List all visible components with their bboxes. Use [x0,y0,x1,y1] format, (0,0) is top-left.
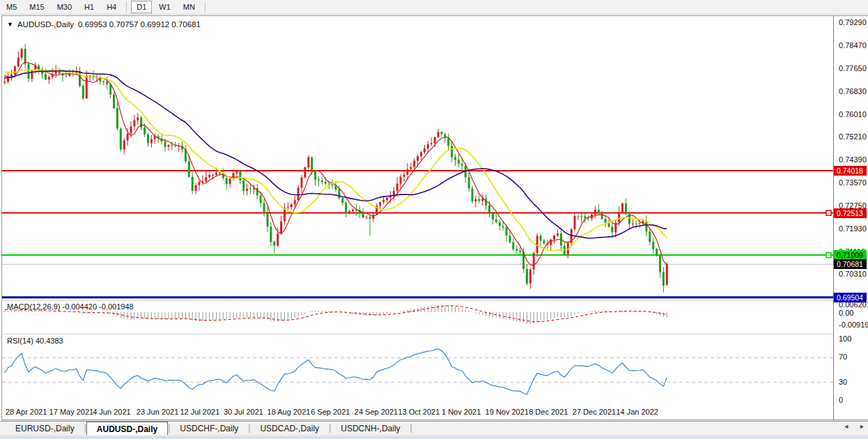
price-axis-label: 0.76010 [839,110,867,118]
date-axis-label: 23 Jun 2021 [137,408,179,416]
chart-canvas[interactable] [0,0,868,439]
price-axis-label: 0.79290 [839,18,867,26]
macd-values: -0.004420 -0.001948 [62,302,133,311]
tab-scroll-buttons: ◄ ► [843,423,865,430]
chart-tab-usdchf[interactable]: USDCHF-,Daily [170,422,248,436]
macd-name: MACD(12,26,9) [7,302,60,311]
rsi-axis-label: 30 [839,378,847,386]
rsi-name: RSI(14) [7,337,33,345]
price-axis-label: 0.75210 [839,132,867,141]
date-axis-label: 13 Oct 2021 [398,408,440,416]
price-badge: 0.71009 [834,250,867,260]
chart-title-row: ▼ AUDUSD-,Daily 0.69953 0.70757 0.69912 … [7,20,201,29]
tab-bar-padding [0,422,6,436]
price-badge: 0.72513 [834,208,867,218]
price-badge: 0.70681 [834,259,867,269]
date-axis-label: 30 Jul 2021 [224,408,263,416]
rsi-axis-label: 0 [839,396,843,404]
chart-symbol-title: AUDUSD-,Daily [17,20,74,29]
date-axis-label: 17 May 2021 [49,408,94,416]
price-axis-label: 0.78470 [839,41,867,49]
price-axis-label: 0.76830 [839,87,867,95]
terminal-window: M5M15M30H1H4D1W1MN ▼ AUDUSD-,Daily 0.699… [0,0,868,439]
chart-tab-usdcnh[interactable]: USDCNH-,Daily [331,422,410,436]
collapse-triangle-icon[interactable]: ▼ [7,21,13,28]
rsi-indicator-label: RSI(14) 40.4383 [7,337,63,345]
price-badge: 0.69504 [834,293,867,302]
status-strip [0,436,868,439]
date-axis-label: 6 Sep 2021 [311,408,350,416]
date-axis-label: 4 Jun 2021 [93,408,130,416]
price-axis-label: 0.73570 [839,178,867,187]
rsi-axis-label: 70 [839,353,847,361]
price-axis-label: 0.74390 [839,155,867,164]
chart-tab-eurusd[interactable]: EURUSD-,Daily [6,422,84,436]
date-axis-label: 12 Jul 2021 [180,408,219,416]
macd-indicator-label: MACD(12,26,9) -0.004420 -0.001948 [7,302,134,311]
date-axis-label: 18 Aug 2021 [268,408,311,416]
tab-separator: | [410,422,412,436]
rsi-value: 40.4383 [36,337,63,345]
date-axis-label: 19 Nov 2021 [486,408,529,416]
price-axis-label: 0.71930 [839,224,867,233]
tab-scroll-right-icon[interactable]: ► [859,423,865,430]
date-axis-label: 27 Dec 2021 [573,408,616,416]
chart-tab-bar: EURUSD-,Daily|AUDUSD-,Daily|USDCHF-,Dail… [0,421,868,436]
chart-ohlc-values: 0.69953 0.70757 0.69912 0.70681 [78,20,201,29]
macd-axis-label: 0.00 [839,309,853,317]
rsi-axis-label: 100 [839,334,851,343]
price-axis-label: 0.77650 [839,64,867,72]
price-axis-label: 0.70310 [839,270,867,278]
date-axis-label: 8 Dec 2021 [529,408,568,416]
date-axis-label: 14 Jan 2022 [616,408,658,416]
macd-axis-label: -0.009197 [839,321,868,329]
chart-tab-usdcad[interactable]: USDCAD-,Daily [250,422,329,436]
date-axis-label: 28 Apr 2021 [6,408,47,416]
date-axis-label: 1 Nov 2021 [442,408,481,416]
chart-tab-audusd[interactable]: AUDUSD-,Daily [86,422,168,436]
tab-scroll-left-icon[interactable]: ◄ [843,423,849,430]
date-axis-label: 24 Sep 2021 [355,408,398,416]
price-badge: 0.74018 [834,166,867,176]
